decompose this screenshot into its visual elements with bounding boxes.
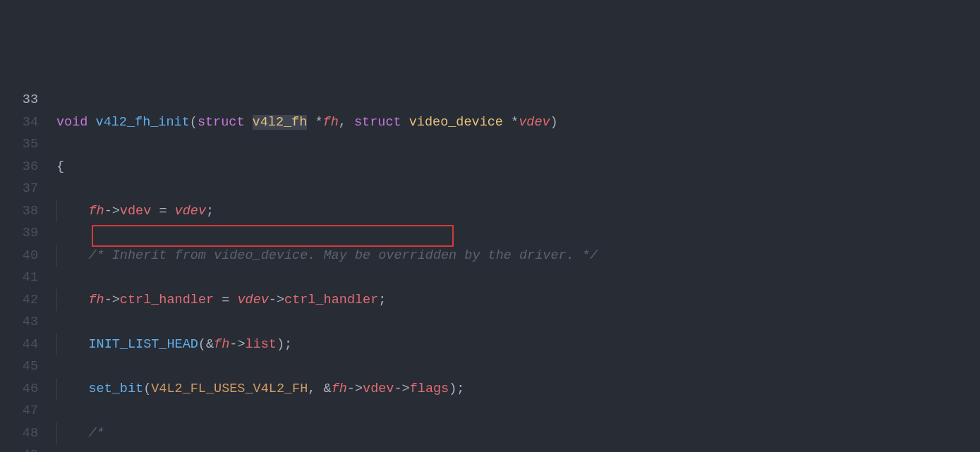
semicolon: ; bbox=[378, 293, 386, 307]
member-list: list bbox=[246, 337, 277, 352]
code-line[interactable]: { bbox=[56, 156, 980, 178]
member-vdev: vdev bbox=[363, 381, 394, 396]
paren-close: ) bbox=[449, 381, 456, 396]
brace-open: { bbox=[56, 159, 64, 174]
annotation-highlight-box bbox=[92, 225, 454, 247]
paren-open: ( bbox=[198, 337, 206, 352]
line-number: 46 bbox=[0, 378, 38, 401]
type-v4l2-fh: v4l2_fh bbox=[253, 115, 308, 130]
member-flags: flags bbox=[410, 381, 449, 396]
line-number: 44 bbox=[0, 334, 38, 356]
op-arrow: -> bbox=[104, 293, 120, 307]
var-vdev: vdev bbox=[237, 293, 268, 307]
paren-open: ( bbox=[143, 381, 151, 396]
line-number: 40 bbox=[0, 245, 38, 267]
code-line[interactable]: fh->ctrl_handler = vdev->ctrl_handler; bbox=[56, 289, 980, 312]
code-line[interactable]: set_bit(V4L2_FL_USES_V4L2_FH, &fh->vdev-… bbox=[56, 378, 980, 401]
line-number: 43 bbox=[0, 311, 38, 334]
keyword-void: void bbox=[56, 115, 87, 130]
var-fh: fh bbox=[332, 381, 347, 396]
type-video-device: video_device bbox=[409, 115, 503, 130]
var-fh: fh bbox=[88, 204, 104, 219]
comma: , bbox=[308, 381, 315, 396]
semicolon: ; bbox=[206, 204, 214, 219]
param-vdev: vdev bbox=[519, 115, 550, 130]
code-line[interactable]: /* Inherit from video_device. May be ove… bbox=[56, 245, 980, 267]
member-ctrl-handler: ctrl_handler bbox=[284, 293, 378, 307]
op-arrow: -> bbox=[269, 293, 284, 307]
code-line[interactable]: /* bbox=[56, 422, 980, 445]
op-eq: = bbox=[222, 293, 229, 307]
line-number-gutter: 3334353637383940414243444546474849505152 bbox=[0, 89, 56, 452]
op-arrow: -> bbox=[104, 204, 120, 219]
line-number: 37 bbox=[0, 178, 38, 200]
line-number: 33 bbox=[0, 89, 38, 111]
fn-init-list-head: INIT_LIST_HEAD bbox=[88, 337, 198, 352]
comment-open: /* bbox=[88, 426, 104, 441]
paren-open: ( bbox=[190, 115, 198, 130]
const-uses-v4l2-fh: V4L2_FL_USES_V4L2_FH bbox=[151, 381, 308, 396]
code-line[interactable]: fh->vdev = vdev; bbox=[56, 200, 980, 223]
member-ctrl-handler: ctrl_handler bbox=[120, 293, 214, 307]
op-arrow: -> bbox=[347, 381, 363, 396]
line-number: 48 bbox=[0, 422, 38, 445]
paren-close: ) bbox=[550, 115, 558, 130]
op-star: * bbox=[511, 115, 519, 130]
op-amp: & bbox=[324, 381, 332, 396]
line-number: 47 bbox=[0, 400, 38, 422]
line-number: 45 bbox=[0, 355, 38, 378]
line-number: 49 bbox=[0, 444, 38, 452]
code-line[interactable]: void v4l2_fh_init(struct v4l2_fh *fh, st… bbox=[56, 111, 980, 134]
op-star: * bbox=[315, 115, 322, 130]
var-fh: fh bbox=[214, 337, 229, 352]
function-name: v4l2_fh_init bbox=[96, 115, 190, 130]
semicolon: ; bbox=[456, 381, 464, 396]
fn-set-bit: set_bit bbox=[88, 381, 143, 396]
line-number: 42 bbox=[0, 289, 38, 312]
op-arrow: -> bbox=[394, 381, 409, 396]
line-number: 38 bbox=[0, 200, 38, 223]
code-line[interactable]: INIT_LIST_HEAD(&fh->list); bbox=[56, 334, 980, 356]
line-number: 35 bbox=[0, 133, 38, 156]
var-vdev: vdev bbox=[175, 204, 206, 219]
keyword-struct: struct bbox=[354, 115, 401, 130]
op-amp: & bbox=[206, 337, 214, 352]
line-number: 36 bbox=[0, 156, 38, 178]
keyword-struct: struct bbox=[198, 115, 245, 130]
comment-inherit: /* Inherit from video_device. May be ove… bbox=[88, 248, 598, 263]
var-fh: fh bbox=[88, 293, 104, 307]
line-number: 34 bbox=[0, 111, 38, 134]
code-editor[interactable]: 3334353637383940414243444546474849505152… bbox=[0, 89, 980, 452]
semicolon: ; bbox=[284, 337, 292, 352]
comma: , bbox=[339, 115, 346, 130]
op-arrow: -> bbox=[229, 337, 245, 352]
op-eq: = bbox=[159, 204, 167, 219]
line-number: 39 bbox=[0, 222, 38, 245]
line-number: 41 bbox=[0, 267, 38, 289]
member-vdev: vdev bbox=[120, 204, 151, 219]
paren-close: ) bbox=[277, 337, 284, 352]
code-area[interactable]: void v4l2_fh_init(struct v4l2_fh *fh, st… bbox=[56, 89, 980, 452]
param-fh: fh bbox=[323, 115, 339, 130]
